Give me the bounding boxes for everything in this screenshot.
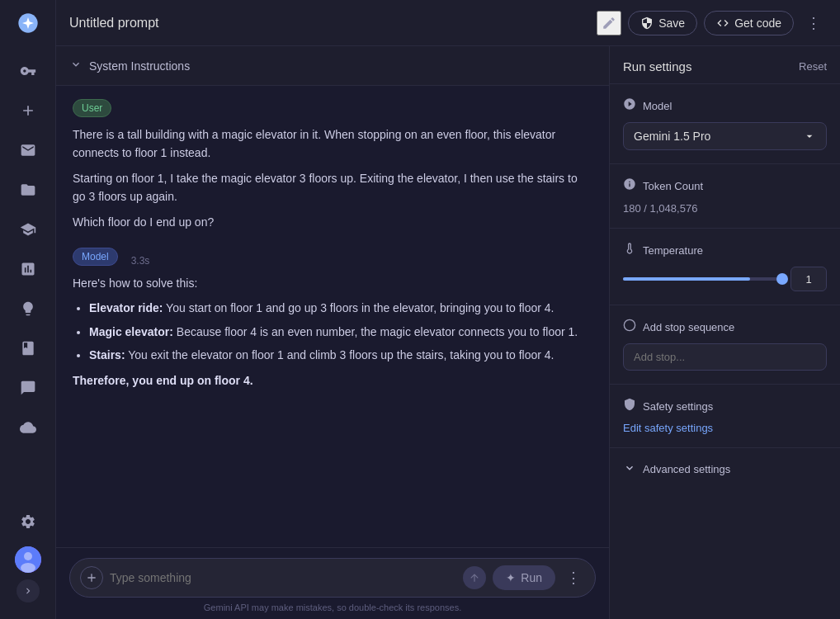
sidebar-navigation bbox=[0, 53, 55, 503]
temperature-slider-track[interactable] bbox=[623, 277, 782, 281]
temperature-section-title: Temperature bbox=[643, 244, 703, 257]
model-badge: Model bbox=[73, 248, 118, 266]
reset-button[interactable]: Reset bbox=[799, 60, 827, 73]
model-conclusion: Therefore, you end up on floor 4. bbox=[73, 371, 592, 390]
svg-point-3 bbox=[624, 319, 635, 330]
token-count-section: Token Count 180 / 1,048,576 bbox=[610, 164, 840, 229]
run-settings-panel: Run settings Reset Model Gemini 1.5 Pro bbox=[609, 46, 840, 619]
run-star-icon: ✦ bbox=[506, 571, 516, 584]
run-settings-header: Run settings Reset bbox=[610, 46, 840, 84]
message-block-user: User There is a tall building with a mag… bbox=[73, 99, 592, 231]
model-list-item-elevator: Elevator ride: You start on floor 1 and … bbox=[89, 299, 592, 317]
user-message-p3: Which floor do I end up on? bbox=[73, 213, 592, 231]
more-options-button[interactable]: ⋮ bbox=[800, 10, 827, 36]
stop-sequence-header: Add stop sequence bbox=[623, 319, 827, 335]
model-list-item-magic: Magic elevator: Because floor 4 is an ev… bbox=[89, 323, 592, 341]
token-label: Token Count bbox=[623, 177, 827, 194]
model-section-title: Model bbox=[643, 100, 672, 112]
sidebar-logo bbox=[15, 10, 41, 36]
advanced-chevron-icon bbox=[623, 461, 636, 477]
sidebar-item-cloud[interactable] bbox=[10, 409, 46, 446]
temperature-slider-fill bbox=[623, 277, 750, 281]
input-more-button[interactable]: ⋮ bbox=[562, 566, 585, 589]
token-icon bbox=[623, 177, 636, 194]
avatar[interactable] bbox=[15, 546, 41, 573]
chat-panel: System Instructions User There is a tall… bbox=[56, 46, 609, 619]
temperature-input[interactable] bbox=[790, 267, 827, 291]
model-section: Model Gemini 1.5 Pro bbox=[610, 84, 840, 164]
content-area: System Instructions User There is a tall… bbox=[56, 46, 840, 619]
sidebar-item-chat[interactable] bbox=[10, 370, 46, 406]
sidebar bbox=[0, 0, 56, 619]
sidebar-item-create[interactable] bbox=[10, 92, 46, 129]
token-count-value: 180 / 1,048,576 bbox=[623, 202, 827, 215]
sidebar-item-ideas[interactable] bbox=[10, 291, 46, 327]
token-section-title: Token Count bbox=[643, 180, 703, 192]
stop-sequence-section: Add stop sequence bbox=[610, 305, 840, 385]
sidebar-item-settings[interactable] bbox=[10, 503, 46, 540]
model-intro: Here's how to solve this: bbox=[73, 274, 592, 292]
more-icon: ⋮ bbox=[806, 14, 821, 32]
stop-sequence-input[interactable] bbox=[623, 343, 827, 371]
sidebar-item-api-key[interactable] bbox=[10, 53, 46, 89]
system-instructions-header[interactable]: System Instructions bbox=[56, 46, 609, 86]
sidebar-bottom bbox=[10, 503, 46, 609]
safety-icon bbox=[623, 398, 636, 414]
model-message-content: Here's how to solve this: Elevator ride:… bbox=[73, 274, 592, 390]
messages-area: User There is a tall building with a mag… bbox=[56, 86, 609, 547]
user-message-p2: Starting on floor 1, I take the magic el… bbox=[73, 169, 592, 206]
sidebar-item-learn[interactable] bbox=[10, 211, 46, 248]
sidebar-item-messages[interactable] bbox=[10, 132, 46, 168]
collapse-icon bbox=[69, 58, 83, 73]
input-area: ✦ Run ⋮ Gemini API may make mistakes, so… bbox=[56, 547, 609, 619]
safety-title: Safety settings bbox=[643, 400, 713, 413]
page-title: Untitled prompt bbox=[69, 16, 590, 31]
advanced-title: Advanced settings bbox=[643, 463, 730, 475]
sidebar-item-analytics[interactable] bbox=[10, 251, 46, 287]
temperature-section: Temperature bbox=[610, 229, 840, 305]
disclaimer: Gemini API may make mistakes, so double-… bbox=[69, 602, 596, 612]
safety-section: Safety settings Edit safety settings bbox=[610, 385, 840, 448]
message-input[interactable] bbox=[110, 571, 456, 584]
edit-safety-link[interactable]: Edit safety settings bbox=[623, 422, 713, 434]
safety-header: Safety settings bbox=[623, 398, 827, 414]
user-message-content: There is a tall building with a magic el… bbox=[73, 125, 592, 231]
temperature-label: Temperature bbox=[623, 242, 827, 258]
run-label: Run bbox=[521, 571, 542, 584]
run-button[interactable]: ✦ Run bbox=[493, 565, 555, 590]
model-list-item-stairs: Stairs: You exit the elevator on floor 1… bbox=[89, 346, 592, 364]
main-content: Untitled prompt Save Get code ⋮ bbox=[56, 0, 840, 619]
header-actions: Save Get code ⋮ bbox=[628, 10, 827, 36]
system-instructions-title: System Instructions bbox=[89, 59, 190, 73]
stop-sequence-icon bbox=[623, 319, 636, 335]
stop-sequence-title: Add stop sequence bbox=[643, 321, 734, 333]
svg-point-1 bbox=[24, 552, 32, 560]
temperature-slider-container bbox=[623, 267, 827, 291]
svg-point-2 bbox=[21, 563, 35, 573]
run-settings-title: Run settings bbox=[623, 59, 691, 73]
message-block-model: Model 3.3s Here's how to solve this: Ele… bbox=[73, 248, 592, 390]
sidebar-expand-button[interactable] bbox=[17, 579, 40, 602]
send-button[interactable] bbox=[463, 566, 486, 589]
sidebar-item-folder[interactable] bbox=[10, 172, 46, 208]
sidebar-item-docs[interactable] bbox=[10, 330, 46, 366]
input-row: ✦ Run ⋮ bbox=[69, 558, 596, 598]
input-add-button[interactable] bbox=[80, 566, 103, 589]
get-code-button[interactable]: Get code bbox=[704, 11, 794, 35]
app-header: Untitled prompt Save Get code ⋮ bbox=[56, 0, 840, 46]
get-code-label: Get code bbox=[734, 17, 781, 30]
model-label: Model bbox=[623, 97, 827, 114]
model-response-time: 3.3s bbox=[131, 255, 150, 267]
model-select[interactable]: Gemini 1.5 Pro bbox=[623, 122, 827, 150]
model-selected-value: Gemini 1.5 Pro bbox=[634, 130, 710, 143]
save-button[interactable]: Save bbox=[628, 11, 697, 35]
save-label: Save bbox=[658, 17, 685, 30]
temperature-slider-thumb[interactable] bbox=[776, 273, 788, 285]
edit-title-button[interactable] bbox=[597, 11, 621, 35]
model-list: Elevator ride: You start on floor 1 and … bbox=[89, 299, 592, 364]
temperature-icon bbox=[623, 242, 636, 258]
advanced-header[interactable]: Advanced settings bbox=[623, 461, 827, 477]
advanced-section: Advanced settings bbox=[610, 448, 840, 490]
user-message-p1: There is a tall building with a magic el… bbox=[73, 125, 592, 163]
model-icon bbox=[623, 97, 636, 114]
